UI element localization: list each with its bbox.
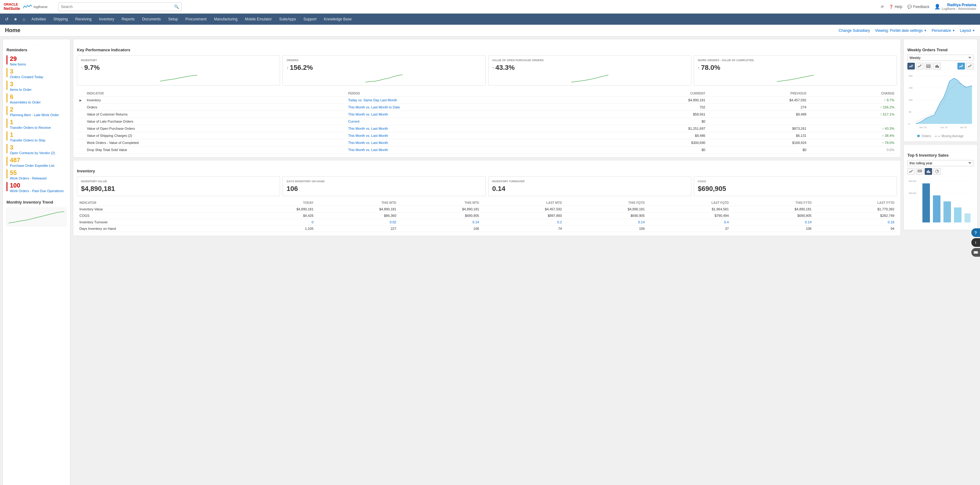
inventory-table: INDICATOR TODAY THIS WTD THIS MTD LAST M…: [77, 200, 897, 232]
nav-reports[interactable]: Reports: [118, 14, 138, 25]
inv-table-row: Inventory Turnover 0 0.02 0.14 0.2 0.14 …: [77, 219, 897, 226]
reminders-drag-handle[interactable]: · · ·: [6, 43, 67, 46]
kpi-row-period[interactable]: Today vs. Same Day Last Month: [346, 97, 607, 104]
reminder-link-items-to-order[interactable]: Items to Order: [10, 88, 32, 91]
chart-icon-line-2[interactable]: [966, 63, 974, 70]
chart-icon-table[interactable]: [925, 63, 932, 70]
search-input[interactable]: [61, 5, 174, 9]
top5-icon-table[interactable]: [916, 168, 923, 175]
top5-drag-handle[interactable]: · · ·: [907, 148, 974, 152]
weekly-orders-drag-handle[interactable]: · · ·: [907, 43, 974, 46]
reminder-link-assemblies[interactable]: Assemblies to Order: [10, 100, 41, 104]
inv-row-cell[interactable]: 0.14: [399, 219, 482, 226]
nav-home-icon[interactable]: ⌂: [20, 17, 27, 22]
kpi-row-period[interactable]: This Month vs. Last Month: [346, 139, 607, 146]
nav-shipping[interactable]: Shipping: [50, 14, 72, 25]
reminder-bar-yellow: [6, 93, 7, 103]
reminder-count: 6: [10, 93, 41, 100]
reminder-link-open-contracts[interactable]: Open Contracts by Vendor (2): [10, 151, 55, 155]
svg-rect-34: [943, 201, 951, 223]
top5-icon-bar[interactable]: [925, 168, 932, 175]
svg-rect-3: [926, 67, 930, 68]
nav-support[interactable]: Support: [300, 14, 320, 25]
svg-rect-23: [918, 171, 921, 172]
change-subsidiary-link[interactable]: Change Subsidiary: [839, 29, 870, 33]
kpi-row-change: ↑ 38.4%: [809, 132, 897, 139]
top5-icon-pie[interactable]: [933, 168, 941, 175]
nav-inventory[interactable]: Inventory: [95, 14, 118, 25]
viewing-portlet-link[interactable]: Viewing: Portlet date settings ▼: [875, 29, 926, 33]
top5-icon-line[interactable]: [907, 168, 915, 175]
inv-row-cell[interactable]: 0.4: [647, 219, 731, 226]
kpi-row-period[interactable]: This Month vs. Last Month: [346, 146, 607, 154]
personalize-link[interactable]: Personalize ▼: [931, 29, 955, 33]
inv-row-cell[interactable]: 0.14: [731, 219, 814, 226]
reminder-item-transfer-receive: 1 Transfer Orders to Receive: [6, 119, 67, 129]
nav-documents[interactable]: Documents: [138, 14, 165, 25]
reminder-link-work-orders-released[interactable]: Work Orders - Released: [10, 177, 46, 180]
history-button[interactable]: ⟳: [881, 5, 884, 9]
personalize-dropdown-icon: ▼: [952, 29, 955, 32]
kpi-col-indicator: [77, 91, 84, 97]
nav-activities[interactable]: Activities: [27, 14, 49, 25]
inv-row-cell: $4,890,181: [233, 206, 316, 213]
reminder-link-transfer-receive[interactable]: Transfer Orders to Receive: [10, 126, 51, 129]
reminder-link-work-orders-past-due[interactable]: Work Orders - Past Due Operations: [10, 189, 64, 193]
feedback-button[interactable]: 💬 Feedback: [907, 5, 930, 9]
kpi-row-period[interactable]: This Month vs. Last Month: [346, 132, 607, 139]
chart-icon-bar[interactable]: [933, 63, 941, 70]
inv-row-cell[interactable]: 0.14: [564, 219, 647, 226]
nav-mobile-emulator[interactable]: Mobile Emulator: [241, 14, 275, 25]
help-button[interactable]: ❓ Help: [889, 5, 902, 9]
kpi-row-current: $0: [607, 118, 708, 125]
user-menu[interactable]: 👤 Raditya Pratama Logiframe - Administra…: [934, 3, 976, 11]
nav-procurement[interactable]: Procurement: [182, 14, 210, 25]
chart-icon-line[interactable]: [916, 63, 923, 70]
chart-icon-area[interactable]: [907, 63, 915, 70]
nav-manufacturing[interactable]: Manufacturing: [210, 14, 241, 25]
nav-receiving[interactable]: Receiving: [72, 14, 95, 25]
reminder-link-planning-alert[interactable]: Planning Alert - Late Work Order: [10, 113, 59, 117]
monthly-drag-handle[interactable]: · · ·: [6, 195, 67, 199]
nav-star-icon[interactable]: ★: [11, 17, 20, 22]
inv-row-cell[interactable]: 0: [233, 219, 316, 226]
kpi-row-period[interactable]: Current: [346, 118, 607, 125]
nav-setup[interactable]: Setup: [164, 14, 181, 25]
kpi-drag-handle[interactable]: · · ·: [77, 43, 897, 46]
inv-col-indicator: INDICATOR: [77, 200, 233, 206]
reminder-link-transfer-ship[interactable]: Transfer Orders to Ship: [10, 138, 45, 142]
inv-row-cell[interactable]: 0.16: [814, 219, 897, 226]
kpi-row-period[interactable]: This Month vs. Last Month: [346, 111, 607, 118]
nav-refresh-icon[interactable]: ↺: [2, 17, 11, 22]
search-bar[interactable]: 🔍: [58, 2, 182, 11]
help-keypad-button[interactable]: ⌨: [971, 248, 980, 257]
weekly-orders-title: Weekly Orders Trend: [907, 48, 974, 52]
inv-row-cell[interactable]: 0.02: [316, 219, 399, 226]
chart-icon-active-2[interactable]: [958, 63, 965, 70]
kpi-row-period[interactable]: This Month vs. Last Month to Date: [346, 104, 607, 111]
reminder-link-po-expedite[interactable]: Purchase Order Expedite List: [10, 164, 54, 167]
nav-knowledge-base[interactable]: Knowledge Base: [320, 14, 355, 25]
inv-row-cell: 94: [814, 226, 897, 232]
kpi-row-period[interactable]: This Month vs. Last Month: [346, 125, 607, 132]
top5-period-select[interactable]: this rolling year: [907, 160, 974, 166]
kpi-row-collapse: [77, 139, 84, 146]
nav-suiteapps[interactable]: SuiteApps: [275, 14, 300, 25]
svg-rect-24: [927, 171, 928, 173]
inv-col-mtd: THIS MTD: [399, 200, 482, 206]
inventory-drag-handle[interactable]: · · ·: [77, 164, 897, 167]
reminder-link-orders-today[interactable]: Orders Created Today: [10, 75, 43, 79]
svg-text:200: 200: [908, 75, 913, 77]
kpi-sparkline-inventory: [81, 73, 276, 82]
reminder-link-new-items[interactable]: New Items: [10, 62, 26, 66]
inv-row-cell[interactable]: 0.2: [482, 219, 564, 226]
layout-link[interactable]: Layout ▼: [960, 29, 975, 33]
kpi-row-current: $58,561: [607, 111, 708, 118]
legend-moving-avg-line: [935, 136, 940, 137]
kpi-row-collapse: [77, 104, 84, 111]
help-question-button[interactable]: ?: [971, 228, 980, 237]
svg-rect-36: [964, 213, 970, 223]
right-panel: · · · Weekly Orders Trend Weekly: [904, 39, 978, 485]
help-info-button[interactable]: i: [971, 238, 980, 247]
weekly-period-select[interactable]: Weekly: [907, 55, 974, 61]
